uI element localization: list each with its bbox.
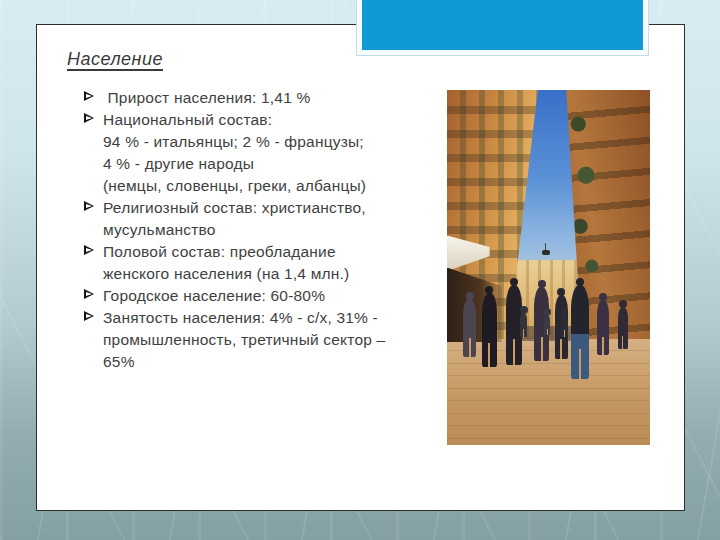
photo-hanging-lamp-icon — [542, 250, 550, 255]
bullet-line: женского населения (на 1,4 млн.) — [84, 263, 456, 285]
bullet-line-text: Занятость населения: 4% - с/х, 31% - — [103, 307, 378, 328]
slide-content-area: Население Прирост населения: 1,41 % Наци… — [36, 24, 685, 511]
bullet-line-text: Городское население: 60-80% — [103, 285, 325, 306]
bullet-line: 94 % - итальянцы; 2 % - французы; — [84, 131, 456, 153]
bullet-line: 65% — [84, 351, 456, 373]
bullet-line-text: Религиозный состав: христианство, — [103, 197, 366, 218]
arrow-bullet-icon — [84, 287, 103, 303]
bullet-line: Городское население: 60-80% — [84, 285, 456, 307]
photo-pedestrian — [463, 299, 476, 357]
bullet-line-text: женского населения (на 1,4 млн.) — [103, 263, 349, 284]
photo-pedestrian — [544, 315, 550, 335]
bullet-line-text: Национальный состав: — [103, 109, 272, 130]
bullet-line-text: Половой состав: преобладание — [103, 241, 336, 262]
bullet-line: Национальный состав: — [84, 109, 456, 131]
top-blue-banner — [362, 0, 643, 50]
slide-stage: Население Прирост населения: 1,41 % Наци… — [0, 0, 720, 540]
bullet-line: (немцы, словенцы, греки, албанцы) — [84, 175, 456, 197]
photo-pedestrian — [618, 307, 628, 349]
bullet-line-text: 65% — [103, 351, 135, 372]
slide-title: Население — [67, 49, 163, 70]
arrow-bullet-icon — [84, 89, 103, 105]
arrow-bullet-icon — [84, 243, 103, 259]
bullet-line-text: (немцы, словенцы, греки, албанцы) — [103, 175, 366, 196]
bullet-line: мусульманство — [84, 219, 456, 241]
photo-pedestrian — [482, 293, 497, 367]
photo-pedestrian — [520, 313, 527, 337]
top-blue-banner-frame — [356, 0, 649, 56]
bullet-line-text: 4 % - другие народы — [103, 153, 254, 174]
bullet-line: Прирост населения: 1,41 % — [84, 87, 456, 109]
arrow-bullet-icon — [84, 199, 103, 215]
bullet-line: Половой состав: преобладание — [84, 241, 456, 263]
photo-pedestrian — [571, 285, 589, 379]
bullet-line-text: 94 % - итальянцы; 2 % - французы; — [103, 131, 364, 152]
bullet-line-text: промышленность, третичный сектор – — [103, 329, 385, 350]
bullet-line: промышленность, третичный сектор – — [84, 329, 456, 351]
arrow-bullet-icon — [84, 309, 103, 325]
bullet-line: Занятость населения: 4% - с/х, 31% - — [84, 307, 456, 329]
bullet-line-text: Прирост населения: 1,41 % — [103, 87, 311, 108]
bullet-line: 4 % - другие народы — [84, 153, 456, 175]
bullet-list: Прирост населения: 1,41 % Национальный с… — [84, 87, 456, 373]
arrow-bullet-icon — [84, 111, 103, 127]
photo-pedestrian — [597, 300, 609, 355]
photo-pedestrian — [561, 315, 568, 337]
bullet-line-text: мусульманство — [103, 219, 216, 240]
street-photo — [447, 90, 650, 445]
bullet-line: Религиозный состав: христианство, — [84, 197, 456, 219]
